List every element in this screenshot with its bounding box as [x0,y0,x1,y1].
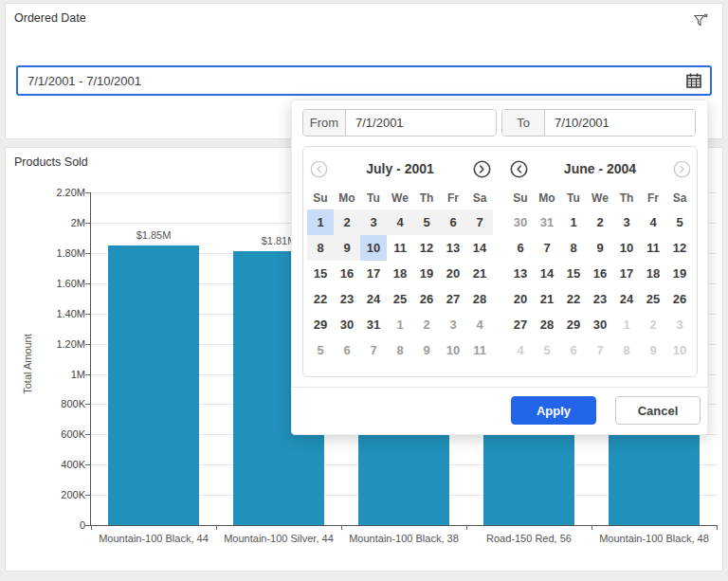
date-range-value: 7/1/2001 - 7/10/2001 [27,74,141,88]
calendar-day[interactable]: 2 [413,312,440,337]
calendar-day[interactable]: 21 [466,261,493,286]
calendar-day[interactable]: 2 [640,312,666,337]
calendar-day[interactable]: 10 [666,337,693,363]
calendar-day[interactable]: 4 [387,209,413,235]
calendar-day[interactable]: 25 [387,286,413,312]
calendar-day[interactable]: 23 [587,286,613,312]
to-input[interactable] [545,110,695,136]
calendar-day[interactable]: 10 [360,235,387,261]
calendar-day[interactable]: 9 [334,235,360,261]
calendar-day[interactable]: 20 [507,286,534,312]
calendar-day[interactable]: 5 [307,337,334,363]
calendar-day[interactable]: 5 [534,337,560,363]
calendar-day[interactable]: 12 [666,235,693,261]
calendar-day[interactable]: 6 [440,209,466,235]
calendar-nav-right: June - 2004 [507,154,693,183]
prev-month-button[interactable] [307,157,330,180]
calendar-day[interactable]: 10 [440,337,466,363]
calendar-day[interactable]: 3 [666,312,693,337]
calendar-day[interactable]: 26 [666,286,693,312]
calendar-day[interactable]: 7 [360,337,387,363]
prev-month-button[interactable] [507,157,530,180]
calendar-day[interactable]: 3 [613,209,640,235]
calendar-day[interactable]: 30 [587,312,613,337]
calendar-day[interactable]: 11 [466,337,493,363]
calendar-day[interactable]: 22 [307,286,334,312]
calendar-day[interactable]: 4 [466,312,493,337]
x-category-label: Mountain-100 Black, 38 [341,533,466,544]
calendar-day[interactable]: 15 [560,261,587,286]
calendar-day[interactable]: 5 [666,209,693,235]
date-range-input[interactable]: 7/1/2001 - 7/10/2001 [16,65,712,96]
calendar-day[interactable]: 14 [534,261,560,286]
calendar-day[interactable]: 13 [507,261,534,286]
calendar-day[interactable]: 21 [534,286,560,312]
calendar-day[interactable]: 28 [534,312,560,337]
calendar-day[interactable]: 27 [507,312,534,337]
calendar-day[interactable]: 23 [334,286,360,312]
calendar-day[interactable]: 8 [560,235,587,261]
calendar-day[interactable]: 18 [640,261,666,286]
calendar-day[interactable]: 9 [640,337,666,363]
calendar-day[interactable]: 31 [360,312,387,337]
calendar-day[interactable]: 18 [387,261,413,286]
calendar-day[interactable]: 4 [507,337,534,363]
calendar-day[interactable]: 17 [613,261,640,286]
calendar-day[interactable]: 28 [466,286,493,312]
apply-button[interactable]: Apply [511,396,596,425]
calendar-day[interactable]: 1 [307,209,334,235]
calendar-day[interactable]: 15 [307,261,334,286]
calendar-day[interactable]: 4 [640,209,666,235]
calendar-day[interactable]: 30 [507,209,534,235]
calendar-day[interactable]: 11 [387,235,413,261]
y-tick-label: 1.60M [6,278,85,289]
calendar-day[interactable]: 6 [507,235,534,261]
calendar-day[interactable]: 7 [587,337,613,363]
calendar-day[interactable]: 6 [334,337,360,363]
calendar-day[interactable]: 29 [560,312,587,337]
calendar-day[interactable]: 25 [640,286,666,312]
calendar-day[interactable]: 10 [613,235,640,261]
calendar-day[interactable]: 3 [440,312,466,337]
calendar-day[interactable]: 1 [387,312,413,337]
calendar-day[interactable]: 3 [360,209,387,235]
calendar-day[interactable]: 1 [613,312,640,337]
calendar-day[interactable]: 16 [587,261,613,286]
calendar-day[interactable]: 9 [413,337,440,363]
next-month-button[interactable] [470,157,493,180]
calendar-day[interactable]: 19 [666,261,693,286]
calendar-day[interactable]: 16 [334,261,360,286]
calendar-day[interactable]: 8 [387,337,413,363]
calendar-day[interactable]: 30 [334,312,360,337]
calendar-day[interactable]: 9 [587,235,613,261]
clear-filter-icon[interactable] [690,9,711,30]
calendar-day[interactable]: 31 [534,209,560,235]
calendar-day[interactable]: 1 [560,209,587,235]
calendar-day[interactable]: 2 [587,209,613,235]
calendar-day[interactable]: 17 [360,261,387,286]
calendar-day[interactable]: 27 [440,286,466,312]
calendar-day[interactable]: 6 [560,337,587,363]
calendar-day[interactable]: 29 [307,312,334,337]
calendar-day[interactable]: 24 [613,286,640,312]
calendar-day[interactable]: 26 [413,286,440,312]
calendar-day[interactable]: 20 [440,261,466,286]
bar[interactable] [108,245,199,525]
calendar-day[interactable]: 14 [466,235,493,261]
calendar-day[interactable]: 24 [360,286,387,312]
from-input[interactable] [346,110,496,136]
calendar-day[interactable]: 7 [534,235,560,261]
calendar-day[interactable]: 8 [613,337,640,363]
calendar-day[interactable]: 12 [413,235,440,261]
next-month-button[interactable] [670,157,693,180]
calendar-day[interactable]: 19 [413,261,440,286]
calendar-day[interactable]: 22 [560,286,587,312]
calendar-day[interactable]: 8 [307,235,334,261]
calendar-day[interactable]: 2 [334,209,360,235]
calendar-day[interactable]: 5 [413,209,440,235]
calendar-day[interactable]: 13 [440,235,466,261]
calendar-day[interactable]: 11 [640,235,666,261]
calendar-icon[interactable] [685,72,702,89]
calendar-day[interactable]: 7 [466,209,493,235]
cancel-button[interactable]: Cancel [615,396,701,425]
